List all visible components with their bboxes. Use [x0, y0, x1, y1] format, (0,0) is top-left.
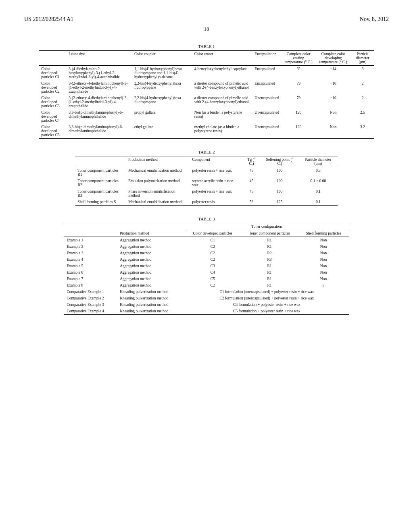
toner-component-particles: R1	[241, 243, 298, 250]
table-row: Color developed particles C33-(2-ethoxy-…	[39, 95, 374, 109]
particle-diameter: 0.5	[298, 167, 338, 178]
particle-diameter: 2	[351, 95, 374, 109]
t1-h1: Leuco dye	[66, 51, 132, 66]
t2-h3: Tg (° C.)	[242, 156, 261, 167]
row-name: Example 3	[64, 250, 117, 256]
leuco-dye: 3,3-bis(p-dimethylaminophenyl)-6-dimethy…	[66, 124, 132, 139]
color-developed-particles: C5	[185, 276, 240, 282]
t1-h6: Complete color developing temperature (°…	[315, 51, 351, 66]
production-method: Aggregation method	[117, 282, 185, 289]
shell-forming-particles: Non	[298, 276, 348, 282]
encapsulation: Encapsulated	[252, 66, 282, 81]
leuco-dye: 3,3-bis(p-dimethylaminophenyl)-6-dimethy…	[66, 109, 132, 124]
dev-temp: −10	[315, 95, 351, 109]
t1-h3: Color eraser	[192, 51, 252, 66]
component: polyester resin + rice wax	[190, 167, 242, 178]
dev-temp: Non	[315, 109, 351, 124]
softening-point: 100	[261, 167, 298, 178]
toner-component-particles: R1	[241, 263, 298, 269]
t3-h2: Color developed particles	[185, 230, 240, 237]
color-coupler: propyl gallate	[132, 109, 192, 124]
encapsulation: Unencapsulated	[252, 124, 282, 139]
color-coupler: 1,1-bis(4'-hydroxyphenyl)hexa fluoroprop…	[132, 66, 192, 81]
production-method: Mechanical emulsification method	[126, 199, 190, 206]
table-row: Toner component particles R3Phase invers…	[75, 188, 338, 199]
shell-forming-particles: Non	[298, 256, 348, 263]
row-name: Color developed particles C2	[39, 80, 66, 95]
table-row: Shell forming particles SMechanical emul…	[75, 199, 338, 206]
table-row: Color developed particles C43,3-bis(p-di…	[39, 109, 374, 124]
table2-caption: TABLE 2	[24, 150, 389, 154]
production-method: Aggregation method	[117, 263, 185, 269]
row-name: Toner component particles R1	[75, 167, 126, 178]
table3-caption: TABLE 3	[24, 217, 389, 221]
production-method: Aggregation method	[117, 256, 185, 263]
toner-configuration: C4 formulation + polyester resin + rice …	[185, 301, 348, 308]
toner-configuration: C5 formulation + polyester resin + rice …	[185, 308, 348, 315]
row-name: Example 5	[64, 263, 117, 269]
toner-component-particles: R1	[241, 276, 298, 282]
production-method: Kneading pulverization method	[117, 289, 185, 295]
color-developed-particles: C1	[185, 237, 240, 244]
color-coupler: 2,2-bis(4-hydroxyphenyl)hexa fluoropropa…	[132, 95, 192, 109]
production-method: Kneading pulverization method	[117, 308, 185, 315]
particle-diameter: 3	[351, 66, 374, 81]
color-eraser: a diester compound of pimelic acid with …	[192, 95, 252, 109]
t3-h1: Production method	[117, 230, 185, 237]
particle-diameter: 3.2	[351, 124, 374, 139]
table-row: Color developed particles C23-(2-ethoxy-…	[39, 80, 374, 95]
row-name: Example 6	[64, 269, 117, 276]
particle-diameter: 2.5	[351, 109, 374, 124]
row-name: Color developed particles C1	[39, 66, 66, 81]
table-row: Color developed particles C53,3-bis(p-di…	[39, 124, 374, 139]
production-method: Aggregation method	[117, 243, 185, 250]
erase-temp: 120	[282, 124, 315, 139]
production-method: Emulsion polymerization method	[126, 178, 190, 188]
production-method: Aggregation method	[117, 237, 185, 244]
row-name: Color developed particles C4	[39, 109, 66, 124]
toner-component-particles: R1	[241, 237, 298, 244]
toner-component-particles: R3	[241, 256, 298, 263]
t3-h3: Toner component particles	[241, 230, 298, 237]
softening-point: 100	[261, 188, 298, 199]
toner-component-particles: R1	[241, 282, 298, 289]
dev-temp: Non	[315, 124, 351, 139]
color-developed-particles: C2	[185, 282, 240, 289]
table-row: Comparative Example 4Kneading pulverizat…	[64, 308, 348, 315]
t1-h4: Encapsulation	[252, 51, 282, 66]
component: polyester resin	[190, 199, 242, 206]
color-eraser: Non (as a binder, a polystyrene resin)	[192, 109, 252, 124]
erase-temp: 62	[282, 66, 315, 81]
shell-forming-particles: Non	[298, 237, 348, 244]
shell-forming-particles: Non	[298, 269, 348, 276]
tg: 45	[242, 167, 261, 178]
t2-h2: Component	[190, 156, 242, 167]
row-name: Shell forming particles S	[75, 199, 126, 206]
row-name: Example 1	[64, 237, 117, 244]
encapsulation: Encapsulated	[252, 80, 282, 95]
table3: Toner configuration Production method Co…	[64, 223, 348, 315]
shell-forming-particles: S	[298, 282, 348, 289]
table-row: Example 3Aggregation methodC2R2Non	[64, 250, 348, 256]
component: polyester resin + rice wax	[190, 188, 242, 199]
component: styrene acrylic resin + rice wax	[190, 178, 242, 188]
table-row: Example 6Aggregation methodC4R1Non	[64, 269, 348, 276]
row-name: Example 7	[64, 276, 117, 282]
shell-forming-particles: Non	[298, 263, 348, 269]
leuco-dye: 3-(2-ethoxy-4-diethylaminophenyl)-3-(1-e…	[66, 80, 132, 95]
tg: 45	[242, 178, 261, 188]
table-row: Example 4Aggregation methodC2R3Non	[64, 256, 348, 263]
table-row: Example 1Aggregation methodC1R1Non	[64, 237, 348, 244]
production-method: Mechanical emulsification method	[126, 167, 190, 178]
row-name: Color developed particles C5	[39, 124, 66, 139]
leuco-dye: 3-(2-ethoxy-4-diethylaminophenyl)-3-(1-e…	[66, 95, 132, 109]
particle-diameter: 0.1	[298, 199, 338, 206]
row-name: Comparative Example 2	[64, 295, 117, 301]
t2-h5: Particle diameter (μm)	[298, 156, 338, 167]
particle-diameter: 2	[351, 80, 374, 95]
color-eraser: methyl cholate (as a binder, a polystyre…	[192, 124, 252, 139]
table-row: Example 5Aggregation methodC3R1Non	[64, 263, 348, 269]
shell-forming-particles: Non	[298, 243, 348, 250]
table-row: Comparative Example 1Kneading pulverizat…	[64, 289, 348, 295]
color-developed-particles: C2	[185, 256, 240, 263]
